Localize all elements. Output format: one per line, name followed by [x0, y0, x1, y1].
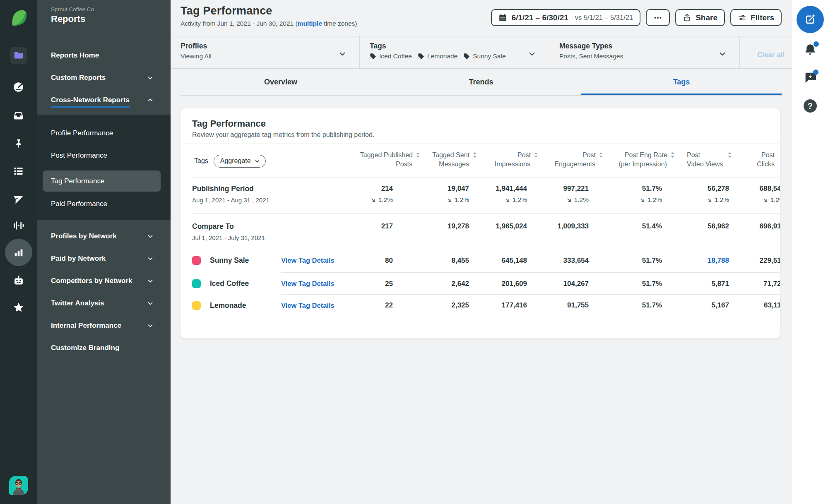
- column-header-post-impressions[interactable]: Post Impressions: [477, 144, 539, 178]
- table-row-compare-to: Compare To Jul 1, 2021 - July 31, 2021 2…: [181, 214, 780, 248]
- filters-button[interactable]: Filters: [730, 9, 782, 26]
- trend-down: 1.2%: [604, 196, 662, 204]
- sort-icon: [533, 152, 539, 158]
- tab-tags[interactable]: Tags: [581, 69, 782, 96]
- card-subtitle: Review your aggregate tag metrics from t…: [192, 131, 768, 139]
- sort-icon: [670, 152, 675, 158]
- chevron-down-icon: [147, 74, 154, 82]
- sidebar-item-profiles-by-network[interactable]: Profiles by Network: [37, 225, 171, 247]
- chevron-down-icon: [147, 233, 154, 240]
- sidebar-item-paid-performance[interactable]: Paid Performance: [37, 193, 171, 215]
- more-options-button[interactable]: [646, 9, 670, 26]
- chevron-down-icon: [338, 49, 347, 58]
- share-button[interactable]: Share: [675, 9, 725, 26]
- sort-icon: [598, 152, 604, 158]
- trend-down: 1.2%: [477, 196, 527, 204]
- rail-queue-icon[interactable]: [0, 166, 37, 177]
- user-avatar[interactable]: [0, 476, 37, 495]
- compose-button[interactable]: [797, 6, 824, 33]
- tab-overview[interactable]: Overview: [181, 69, 381, 96]
- tab-content: Tag Performance Review your aggregate ta…: [171, 96, 792, 338]
- view-tag-details-link[interactable]: View Tag Details: [281, 257, 359, 264]
- rail-bot-icon[interactable]: [0, 275, 37, 286]
- profiles-filter[interactable]: Profiles Viewing All: [171, 36, 360, 68]
- rail-inbox-icon[interactable]: [0, 110, 37, 121]
- tag-color-swatch: [192, 301, 201, 310]
- page-header: Tag Performance Activity from Jun 1, 202…: [171, 0, 792, 36]
- aggregate-dropdown[interactable]: Aggregate: [214, 155, 266, 168]
- tag-name: Iced Coffee: [210, 279, 249, 288]
- notifications-button[interactable]: [792, 43, 828, 57]
- column-header-post-engagements[interactable]: Post Engagements: [539, 144, 604, 178]
- sidebar-item-tag-performance[interactable]: Tag Performance: [43, 170, 161, 192]
- sidebar-item-profile-performance[interactable]: Profile Performance: [37, 122, 171, 144]
- column-header-post-video-views[interactable]: Post Video Views: [675, 144, 734, 178]
- product-updates-button[interactable]: [792, 70, 828, 84]
- view-tag-details-link[interactable]: View Tag Details: [281, 280, 359, 288]
- sort-icon: [415, 152, 421, 158]
- tab-trends[interactable]: Trends: [381, 69, 581, 96]
- sidebar-item-internal-performance[interactable]: Internal Performance: [37, 314, 171, 337]
- table-row-publishing-period: Publishing Period Aug 1, 2021 - Aug 31 ,…: [181, 178, 780, 214]
- trend-down: 1.2%: [421, 196, 469, 204]
- column-header-post-eng-rate[interactable]: Post Eng Rate (per Impression): [604, 144, 675, 178]
- card-title: Tag Performance: [192, 118, 768, 129]
- rail-listening-icon[interactable]: [0, 219, 37, 232]
- row-label: Publishing Period: [192, 184, 359, 193]
- tag-icon: [418, 53, 424, 60]
- date-range-button[interactable]: 6/1/21 – 6/30/21vs 5/1/21 – 5/31/21: [491, 9, 640, 26]
- sidebar-item-cross-network-reports[interactable]: Cross-Network Reports: [37, 89, 171, 111]
- sidebar-header: Sprout Coffee Co. Reports: [37, 0, 171, 34]
- chevron-down-icon: [147, 322, 154, 329]
- tag-icon: [463, 53, 470, 60]
- app-icon-rail: [0, 0, 37, 504]
- page-title: Tag Performance: [181, 5, 357, 17]
- tag-name: Sunny Sale: [210, 256, 249, 265]
- rail-dashboard-icon[interactable]: [0, 82, 37, 93]
- rail-pin-icon[interactable]: [0, 138, 37, 149]
- ellipsis-icon: [653, 13, 662, 22]
- column-header-tagged-published-posts[interactable]: Tagged Published Posts: [359, 144, 421, 178]
- utility-rail: ?: [792, 0, 828, 504]
- tag-icon: [370, 53, 376, 60]
- table-row-iced-coffee: Iced Coffee View Tag Details 25 2,642 20…: [181, 273, 780, 295]
- help-icon: ?: [804, 99, 817, 113]
- rail-reports-analytics-icon[interactable]: [0, 239, 37, 266]
- notification-badge: [814, 41, 819, 47]
- column-header-tagged-sent-messages[interactable]: Tagged Sent Messages: [421, 144, 477, 178]
- view-tag-details-link[interactable]: View Tag Details: [281, 302, 359, 310]
- tags-filter[interactable]: Tags Iced Coffee Lemonade Sunny Sale: [360, 36, 549, 68]
- sprout-logo-icon[interactable]: [0, 8, 37, 26]
- sidebar-rail-reports[interactable]: [0, 47, 37, 64]
- message-types-filter-value: Posts, Sent Messages: [559, 53, 739, 60]
- profiles-filter-value: Viewing All: [181, 53, 359, 60]
- sidebar-item-post-performance[interactable]: Post Performance: [37, 144, 171, 167]
- filter-bar: Profiles Viewing All Tags Iced Coffee Le…: [171, 36, 792, 69]
- clear-all-button[interactable]: Clear all: [740, 36, 792, 68]
- sidebar-item-custom-reports[interactable]: Custom Reports: [37, 67, 171, 89]
- card-header: Tag Performance Review your aggregate ta…: [181, 108, 780, 144]
- video-views-link[interactable]: 18,788: [708, 257, 729, 264]
- help-button[interactable]: ?: [792, 99, 828, 113]
- rail-favorites-icon[interactable]: [0, 301, 37, 314]
- row-date-range: Aug 1, 2021 - Aug 31 , 2021: [192, 197, 359, 204]
- chevron-down-icon: [147, 277, 154, 285]
- sidebar-item-reports-home[interactable]: Reports Home: [37, 44, 171, 67]
- trend-down: 1.2%: [539, 196, 589, 204]
- tags-control-label: Tags: [194, 157, 208, 165]
- main-content: Tag Performance Activity from Jun 1, 202…: [171, 0, 792, 504]
- multiple-timezones-link[interactable]: multiple: [298, 20, 322, 27]
- rail-publishing-icon[interactable]: [0, 193, 37, 204]
- sidebar-item-customize-branding[interactable]: Customize Branding: [37, 337, 171, 359]
- chevron-up-icon: [147, 96, 154, 104]
- sidebar-item-paid-by-network[interactable]: Paid by Network: [37, 247, 171, 270]
- sort-icon: [727, 152, 732, 158]
- sidebar-item-twitter-analysis[interactable]: Twitter Analysis: [37, 292, 171, 314]
- sidebar-item-competitors-by-network[interactable]: Competitors by Network: [37, 270, 171, 292]
- message-types-filter[interactable]: Message Types Posts, Sent Messages: [549, 36, 740, 68]
- chevron-down-icon: [718, 49, 727, 58]
- sidebar-title: Reports: [51, 14, 171, 24]
- reports-sidebar: Sprout Coffee Co. Reports Reports Home C…: [37, 0, 171, 504]
- column-header-post-clicks[interactable]: Post Clicks: [734, 144, 780, 178]
- table-row-sunny-sale: Sunny Sale View Tag Details 80 8,455 645…: [181, 248, 780, 273]
